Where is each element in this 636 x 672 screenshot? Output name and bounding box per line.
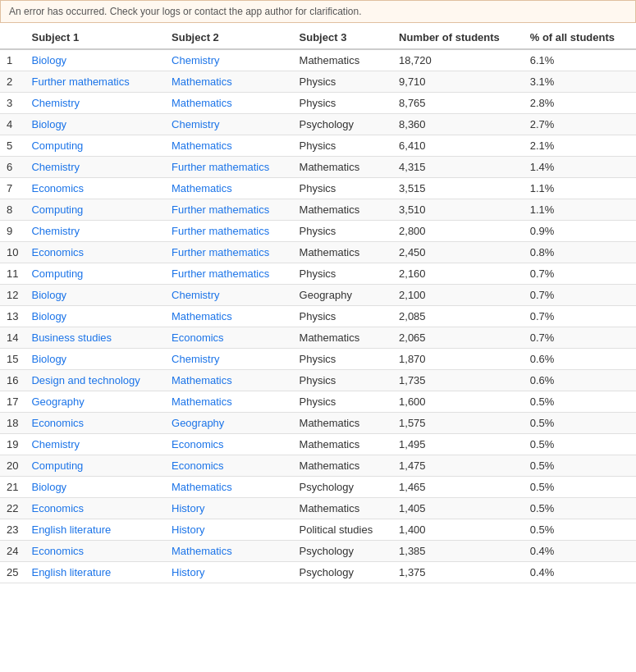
pct-students-cell: 1.1% [524, 178, 636, 199]
subject1-link[interactable]: Biology [31, 289, 66, 301]
num-students-cell: 1,385 [392, 541, 524, 562]
subject2-link[interactable]: Further mathematics [172, 225, 269, 237]
subject1-cell: English literature [25, 562, 165, 583]
subject1-link[interactable]: Economics [31, 417, 84, 429]
pct-students-cell: 0.7% [524, 327, 636, 349]
subject3-cell: Physics [293, 370, 392, 391]
subject2-link[interactable]: Mathematics [172, 310, 232, 322]
subject2-link[interactable]: Mathematics [172, 374, 232, 386]
subject3-cell: Psychology [293, 477, 392, 498]
subject2-cell: History [165, 498, 293, 519]
subject2-link[interactable]: Mathematics [172, 545, 232, 557]
row-number: 15 [0, 349, 25, 370]
num-students-cell: 1,375 [392, 562, 524, 583]
subject2-link[interactable]: Further mathematics [172, 161, 269, 173]
pct-students-cell: 0.7% [524, 285, 636, 306]
subject2-cell: Mathematics [165, 71, 293, 93]
subject2-link[interactable]: Mathematics [172, 75, 232, 88]
col-header-num [0, 26, 25, 49]
subject1-link[interactable]: Chemistry [31, 97, 80, 109]
subject2-link[interactable]: Mathematics [172, 481, 232, 493]
row-number: 6 [0, 157, 25, 178]
subject3-cell: Psychology [293, 114, 392, 135]
subject1-link[interactable]: Further mathematics [31, 75, 129, 88]
subject2-link[interactable]: Further mathematics [172, 246, 269, 258]
subject1-cell: Computing [25, 455, 165, 477]
subject2-link[interactable]: Mathematics [172, 182, 232, 194]
subject1-link[interactable]: Economics [31, 545, 84, 557]
subject1-link[interactable]: Biology [31, 118, 66, 130]
num-students-cell: 1,400 [392, 519, 524, 541]
subject2-link[interactable]: Mathematics [172, 139, 232, 152]
table-row: 14Business studiesEconomicsMathematics2,… [0, 327, 636, 349]
subject1-link[interactable]: Computing [31, 459, 83, 472]
subject2-link[interactable]: Economics [172, 331, 224, 344]
subject3-cell: Physics [293, 71, 392, 93]
subject1-link[interactable]: Biology [31, 54, 66, 66]
subject1-link[interactable]: Economics [31, 182, 84, 194]
table-row: 12BiologyChemistryGeography2,1000.7% [0, 285, 636, 306]
subject2-cell: Further mathematics [165, 263, 293, 285]
data-table: Subject 1 Subject 2 Subject 3 Number of … [0, 26, 636, 583]
subject1-link[interactable]: English literature [31, 566, 111, 578]
table-header-row: Subject 1 Subject 2 Subject 3 Number of … [0, 26, 636, 49]
subject2-cell: Mathematics [165, 135, 293, 157]
subject2-link[interactable]: Geography [172, 417, 224, 429]
subject2-link[interactable]: Further mathematics [172, 267, 269, 280]
subject2-link[interactable]: Chemistry [172, 289, 220, 301]
subject2-link[interactable]: Mathematics [172, 97, 232, 109]
subject2-link[interactable]: Chemistry [172, 54, 220, 66]
table-row: 1BiologyChemistryMathematics18,7206.1% [0, 49, 636, 71]
subject1-link[interactable]: Economics [31, 502, 84, 514]
subject2-link[interactable]: History [172, 523, 204, 536]
subject2-cell: History [165, 562, 293, 583]
pct-students-cell: 6.1% [524, 49, 636, 71]
subject2-cell: Mathematics [165, 391, 293, 413]
subject1-link[interactable]: Biology [31, 353, 66, 365]
pct-students-cell: 0.9% [524, 221, 636, 242]
subject2-link[interactable]: Chemistry [172, 353, 220, 365]
subject2-cell: Economics [165, 455, 293, 477]
row-number: 23 [0, 519, 25, 541]
row-number: 22 [0, 498, 25, 519]
subject1-link[interactable]: Chemistry [31, 438, 80, 450]
subject3-cell: Mathematics [293, 455, 392, 477]
error-banner: An error has occurred. Check your logs o… [0, 0, 636, 23]
subject2-link[interactable]: Further mathematics [172, 203, 269, 216]
num-students-cell: 1,575 [392, 413, 524, 434]
subject1-link[interactable]: English literature [31, 523, 111, 536]
subject2-link[interactable]: Economics [172, 459, 224, 472]
subject2-link[interactable]: History [172, 502, 204, 514]
num-students-cell: 3,510 [392, 199, 524, 221]
subject2-cell: Chemistry [165, 285, 293, 306]
subject1-cell: Computing [25, 263, 165, 285]
subject2-link[interactable]: Chemistry [172, 118, 220, 130]
subject1-link[interactable]: Geography [31, 395, 84, 408]
subject1-link[interactable]: Chemistry [31, 225, 80, 237]
subject1-link[interactable]: Computing [31, 203, 83, 216]
subject3-cell: Physics [293, 306, 392, 327]
table-row: 13BiologyMathematicsPhysics2,0850.7% [0, 306, 636, 327]
subject3-cell: Mathematics [293, 242, 392, 263]
subject3-cell: Mathematics [293, 199, 392, 221]
subject1-cell: Biology [25, 114, 165, 135]
subject1-link[interactable]: Biology [31, 310, 66, 322]
subject1-link[interactable]: Design and technology [31, 374, 140, 386]
subject2-cell: Chemistry [165, 114, 293, 135]
subject1-link[interactable]: Chemistry [31, 161, 80, 173]
subject2-link[interactable]: Mathematics [172, 395, 232, 408]
subject3-cell: Mathematics [293, 157, 392, 178]
pct-students-cell: 0.4% [524, 541, 636, 562]
subject2-link[interactable]: History [172, 566, 204, 578]
subject1-link[interactable]: Economics [31, 246, 84, 258]
subject1-link[interactable]: Computing [31, 267, 83, 280]
pct-students-cell: 2.1% [524, 135, 636, 157]
subject1-link[interactable]: Biology [31, 481, 66, 493]
subject1-link[interactable]: Business studies [31, 331, 112, 344]
col-header-subject1: Subject 1 [25, 26, 165, 49]
pct-students-cell: 0.5% [524, 391, 636, 413]
subject3-cell: Physics [293, 221, 392, 242]
subject2-link[interactable]: Economics [172, 438, 224, 450]
subject1-link[interactable]: Computing [31, 139, 83, 152]
num-students-cell: 2,450 [392, 242, 524, 263]
